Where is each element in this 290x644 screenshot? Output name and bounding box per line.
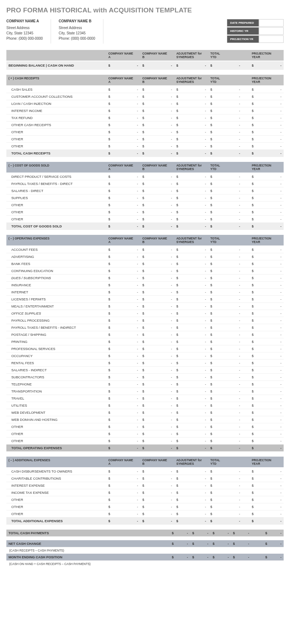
amount-cell[interactable]: $-	[140, 367, 174, 374]
amount-cell[interactable]: $-	[174, 100, 208, 107]
amount-cell[interactable]: $-	[106, 143, 140, 150]
amount-cell[interactable]: $-	[174, 367, 208, 374]
amount-cell[interactable]: $-	[208, 367, 242, 374]
amount-cell[interactable]: $-	[106, 209, 140, 216]
amount-cell[interactable]: $-	[140, 267, 174, 275]
amount-cell[interactable]: $-	[174, 246, 208, 253]
amount-cell[interactable]: $-	[208, 275, 242, 282]
amount-cell[interactable]: $-	[106, 136, 140, 143]
amount-cell[interactable]: $-	[250, 136, 284, 143]
amount-cell[interactable]: $-	[250, 216, 284, 223]
amount-cell[interactable]: $-	[140, 445, 174, 452]
amount-cell[interactable]: $-	[140, 518, 174, 525]
amount-cell[interactable]: $-	[106, 437, 140, 445]
amount-cell[interactable]: $-	[174, 374, 208, 381]
amount-cell[interactable]: $-	[250, 352, 284, 360]
amount-cell[interactable]: $-	[208, 445, 242, 452]
amount-cell[interactable]: $-	[250, 267, 284, 275]
amount-cell[interactable]: $-	[208, 395, 242, 402]
amount-cell[interactable]: $-	[106, 374, 140, 381]
amount-cell[interactable]: $-	[250, 202, 284, 209]
amount-cell[interactable]: $-	[106, 260, 140, 267]
amount-cell[interactable]: $-	[208, 324, 242, 331]
amount-cell[interactable]: $-	[140, 489, 174, 496]
amount-cell[interactable]: $-	[106, 282, 140, 289]
amount-cell[interactable]: $-	[140, 143, 174, 150]
amount-cell[interactable]: $-	[250, 129, 284, 136]
amount-cell[interactable]: $-	[263, 540, 284, 547]
amount-cell[interactable]: $-	[140, 510, 174, 518]
amount-cell[interactable]: $-	[174, 202, 208, 209]
amount-cell[interactable]: $-	[140, 129, 174, 136]
amount-cell[interactable]: $-	[106, 100, 140, 107]
amount-cell[interactable]: $-	[250, 253, 284, 260]
amount-cell[interactable]: $-	[170, 540, 190, 547]
amount-cell[interactable]: $-	[208, 223, 242, 230]
amount-cell[interactable]: $-	[174, 518, 208, 525]
amount-cell[interactable]: $-	[208, 360, 242, 367]
amount-cell[interactable]: $-	[106, 345, 140, 352]
amount-cell[interactable]: $-	[106, 223, 140, 230]
amount-cell[interactable]: $-	[208, 296, 242, 303]
amount-cell[interactable]: $-	[140, 352, 174, 360]
amount-cell[interactable]: $-	[250, 260, 284, 267]
amount-cell[interactable]: $-	[174, 194, 208, 202]
amount-cell[interactable]: $-	[208, 129, 242, 136]
amount-cell[interactable]: $-	[140, 345, 174, 352]
amount-cell[interactable]: $-	[208, 61, 242, 70]
amount-cell[interactable]: $-	[106, 246, 140, 253]
amount-cell[interactable]: $-	[106, 395, 140, 402]
amount-cell[interactable]: $-	[231, 554, 251, 561]
amount-cell[interactable]: $-	[140, 324, 174, 331]
amount-cell[interactable]: $-	[174, 282, 208, 289]
amount-cell[interactable]: $-	[106, 187, 140, 194]
amount-cell[interactable]: $-	[174, 122, 208, 129]
amount-cell[interactable]: $-	[174, 289, 208, 296]
amount-cell[interactable]: $-	[106, 317, 140, 324]
amount-cell[interactable]: $-	[250, 430, 284, 437]
amount-cell[interactable]: $-	[208, 468, 242, 475]
amount-cell[interactable]: $-	[250, 187, 284, 194]
amount-cell[interactable]: $-	[140, 317, 174, 324]
amount-cell[interactable]: $-	[140, 282, 174, 289]
amount-cell[interactable]: $-	[208, 246, 242, 253]
amount-cell[interactable]: $-	[174, 143, 208, 150]
amount-cell[interactable]: $-	[190, 554, 211, 561]
amount-cell[interactable]: $-	[250, 107, 284, 114]
amount-cell[interactable]: $-	[106, 430, 140, 437]
amount-cell[interactable]: $-	[174, 253, 208, 260]
amount-cell[interactable]: $-	[208, 86, 242, 93]
amount-cell[interactable]: $-	[250, 482, 284, 489]
amount-cell[interactable]: $-	[174, 296, 208, 303]
amount-cell[interactable]: $-	[140, 253, 174, 260]
amount-cell[interactable]: $-	[106, 489, 140, 496]
amount-cell[interactable]: $-	[140, 503, 174, 510]
amount-cell[interactable]: $-	[106, 482, 140, 489]
amount-cell[interactable]: $-	[106, 61, 140, 70]
meta-historic-yr-value[interactable]	[259, 27, 284, 35]
amount-cell[interactable]: $-	[208, 187, 242, 194]
amount-cell[interactable]: $-	[170, 554, 190, 561]
amount-cell[interactable]: $-	[174, 482, 208, 489]
amount-cell[interactable]: $-	[250, 367, 284, 374]
amount-cell[interactable]: $-	[210, 554, 231, 561]
meta-date-prepared-value[interactable]	[259, 19, 284, 27]
amount-cell[interactable]: $-	[250, 86, 284, 93]
amount-cell[interactable]: $-	[250, 223, 284, 230]
amount-cell[interactable]: $-	[106, 107, 140, 114]
amount-cell[interactable]: $-	[174, 416, 208, 423]
amount-cell[interactable]: $-	[174, 430, 208, 437]
amount-cell[interactable]: $-	[106, 180, 140, 187]
amount-cell[interactable]: $-	[250, 173, 284, 180]
amount-cell[interactable]: $-	[106, 267, 140, 275]
amount-cell[interactable]: $-	[140, 86, 174, 93]
amount-cell[interactable]: $-	[174, 107, 208, 114]
amount-cell[interactable]: $-	[208, 310, 242, 317]
amount-cell[interactable]: $-	[174, 317, 208, 324]
amount-cell[interactable]: $-	[250, 143, 284, 150]
amount-cell[interactable]: $-	[208, 136, 242, 143]
amount-cell[interactable]: $-	[140, 180, 174, 187]
amount-cell[interactable]: $-	[174, 395, 208, 402]
amount-cell[interactable]: $-	[208, 482, 242, 489]
amount-cell[interactable]: $-	[106, 310, 140, 317]
